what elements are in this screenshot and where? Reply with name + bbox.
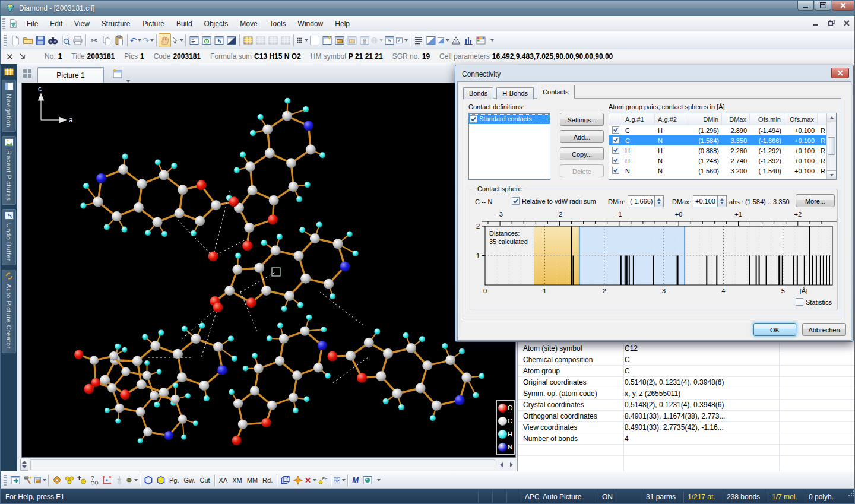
sidebar-tab-navigation[interactable]: Navigation bbox=[2, 80, 16, 132]
measure-button[interactable]: M bbox=[350, 473, 361, 487]
dmin-spinner[interactable]: (-1.666) bbox=[628, 195, 664, 207]
relative-vdw-checkbox-box[interactable] bbox=[512, 197, 520, 205]
property-row[interactable]: Atom groupC bbox=[518, 366, 855, 377]
pan-mode-icon[interactable] bbox=[159, 33, 171, 47]
picture-creator-icon[interactable] bbox=[34, 473, 46, 487]
dmax-spin-buttons[interactable] bbox=[718, 195, 727, 207]
toolbar-grip[interactable] bbox=[4, 475, 7, 486]
maximize-button[interactable] bbox=[815, 1, 831, 11]
dialog-titlebar[interactable]: Connectivity bbox=[457, 67, 851, 81]
pairs-table-row[interactable]: CN(1.584)3.350(-1.666)+0.100R bbox=[609, 135, 836, 145]
sidebar-tab-undo-buffer[interactable]: Undo Buffer bbox=[2, 209, 16, 265]
menu-tools[interactable]: Tools bbox=[264, 17, 292, 30]
tab-picture-1[interactable]: Picture 1 bbox=[37, 67, 104, 83]
data-brief-icon[interactable] bbox=[9, 473, 21, 487]
menu-help[interactable]: Help bbox=[329, 17, 356, 30]
molecule-label-button[interactable]: MM bbox=[245, 473, 260, 487]
property-grid-icon[interactable] bbox=[474, 33, 487, 47]
polygon-filled-icon[interactable] bbox=[154, 473, 167, 487]
menu-structure[interactable]: Structure bbox=[96, 17, 137, 30]
tile-windows-icon[interactable] bbox=[21, 67, 34, 80]
menu-picture[interactable]: Picture bbox=[137, 17, 170, 30]
undo-icon[interactable]: ↶ bbox=[129, 33, 142, 47]
split-window-icon[interactable] bbox=[225, 33, 238, 47]
statistics-checkbox[interactable]: Statistics bbox=[796, 298, 832, 306]
menu-file[interactable]: File bbox=[21, 17, 44, 30]
render-solid-icon[interactable] bbox=[425, 33, 437, 47]
tab-contacts[interactable]: Contacts bbox=[537, 85, 574, 99]
scroll-left-icon[interactable] bbox=[497, 459, 506, 471]
canvas-vertical-spin[interactable] bbox=[20, 459, 28, 471]
property-row[interactable]: Symm. op. (atom code)x, y, z (26555011) bbox=[518, 388, 855, 400]
diffraction-chart-icon[interactable] bbox=[462, 33, 474, 47]
menu-view[interactable]: View bbox=[68, 17, 96, 30]
fill-cell-icon[interactable] bbox=[100, 473, 113, 487]
resize-grip[interactable] bbox=[847, 489, 855, 504]
property-row[interactable]: Orthogonal coordinates8.4901(33), 1.1674… bbox=[518, 411, 855, 422]
property-row[interactable]: View coordinates8.4901(33), 2.7735(42), … bbox=[518, 422, 855, 433]
cancel-button[interactable]: Abbrechen bbox=[802, 323, 846, 336]
scroll-right-icon[interactable] bbox=[507, 459, 516, 471]
select-mode-icon[interactable] bbox=[171, 33, 183, 47]
find-icon[interactable] bbox=[46, 33, 59, 47]
dialog-close-button[interactable] bbox=[831, 68, 849, 78]
dmin-spin-buttons[interactable] bbox=[655, 195, 664, 207]
unit-cell-box-icon[interactable] bbox=[279, 473, 292, 487]
cut-icon[interactable]: ✂ bbox=[88, 33, 100, 47]
property-row[interactable]: Number of bonds4 bbox=[518, 433, 855, 445]
toolbar-grip[interactable] bbox=[4, 35, 7, 46]
atom-group-pairs-table[interactable]: A.g.#1A.g.#2DMinDMaxOfs.minOfs.maxCH(1.2… bbox=[609, 113, 837, 180]
minimize-button[interactable] bbox=[797, 1, 814, 11]
dmin-value[interactable]: (-1.666) bbox=[628, 195, 655, 207]
polygon-blue-icon[interactable] bbox=[142, 473, 154, 487]
toolbar-overflow-caret[interactable] bbox=[377, 479, 381, 481]
copy-icon[interactable] bbox=[100, 33, 113, 47]
undo-buffer-pane-icon[interactable] bbox=[213, 33, 225, 47]
expand-info-icon[interactable] bbox=[17, 51, 28, 62]
close-info-icon[interactable] bbox=[4, 51, 15, 62]
canvas-scroll-track[interactable] bbox=[30, 459, 495, 470]
mdi-minimize-button[interactable] bbox=[810, 18, 821, 28]
scrollbar-thumb[interactable] bbox=[828, 137, 835, 155]
open-icon[interactable] bbox=[21, 33, 34, 47]
sidebar-tab-auto-picture-creator[interactable]: Auto Picture Creator bbox=[2, 270, 16, 353]
dmax-spinner[interactable]: +0.100 bbox=[693, 195, 727, 207]
recent-pictures-pane-icon[interactable] bbox=[200, 33, 213, 47]
redo-icon[interactable]: ↷ bbox=[142, 33, 154, 47]
relative-vdw-checkbox[interactable]: Relative to vdW radii sum bbox=[512, 197, 596, 205]
more-button[interactable]: More... bbox=[796, 194, 835, 207]
data-sheet-icon[interactable] bbox=[242, 33, 254, 47]
distances-sheet-icon[interactable] bbox=[254, 33, 267, 47]
mdi-restore-button[interactable] bbox=[826, 18, 837, 28]
structure-canvas[interactable]: ca OCHN bbox=[21, 83, 516, 458]
delete-button[interactable]: Delete bbox=[560, 164, 604, 177]
settings-button[interactable]: Settings... bbox=[560, 113, 604, 126]
web-export-icon[interactable] bbox=[370, 33, 383, 47]
picture-from-structure-icon[interactable] bbox=[333, 33, 346, 47]
pairs-table-scrollbar[interactable] bbox=[826, 113, 836, 179]
pairs-table-header[interactable]: A.g.#1A.g.#2DMinDMaxOfs.minOfs.max bbox=[609, 113, 836, 125]
pairs-table-row[interactable]: HH(0.888)2.280(-1.292)+0.100R bbox=[609, 145, 836, 156]
property-row[interactable]: Atom (site) symbolC12 bbox=[518, 343, 855, 354]
cell-edges-icon[interactable] bbox=[449, 33, 462, 47]
close-button[interactable] bbox=[832, 1, 854, 11]
menu-build[interactable]: Build bbox=[170, 17, 198, 30]
menu-edit[interactable]: Edit bbox=[44, 17, 68, 30]
connectivity-dialog[interactable]: Connectivity Bonds H-Bonds Contacts Cont… bbox=[455, 65, 854, 342]
element-symbol-icon[interactable]: Fe bbox=[316, 473, 329, 487]
atom-designation-button[interactable]: XA bbox=[217, 473, 230, 487]
orientation-compass-icon[interactable] bbox=[292, 473, 304, 487]
packing-button[interactable]: Pg. bbox=[167, 473, 182, 487]
new-picture-tab-icon[interactable] bbox=[110, 67, 125, 80]
flat-text-icon[interactable] bbox=[412, 33, 425, 47]
toolbar-overflow-caret[interactable] bbox=[490, 39, 494, 42]
thermal-ellipsoid-icon[interactable] bbox=[125, 473, 138, 487]
tab-h-bonds[interactable]: H-Bonds bbox=[496, 87, 534, 99]
dmax-value[interactable]: +0.100 bbox=[693, 195, 718, 207]
final-picture-icon[interactable] bbox=[361, 473, 373, 487]
print-icon[interactable] bbox=[71, 33, 84, 47]
property-row[interactable]: Original coordinates0.5148(2), 0.1231(4)… bbox=[518, 377, 855, 388]
menu-objects[interactable]: Objects bbox=[198, 17, 235, 30]
statistics-checkbox-box[interactable] bbox=[796, 298, 803, 306]
atom-symbol-button[interactable]: XM bbox=[230, 473, 245, 487]
